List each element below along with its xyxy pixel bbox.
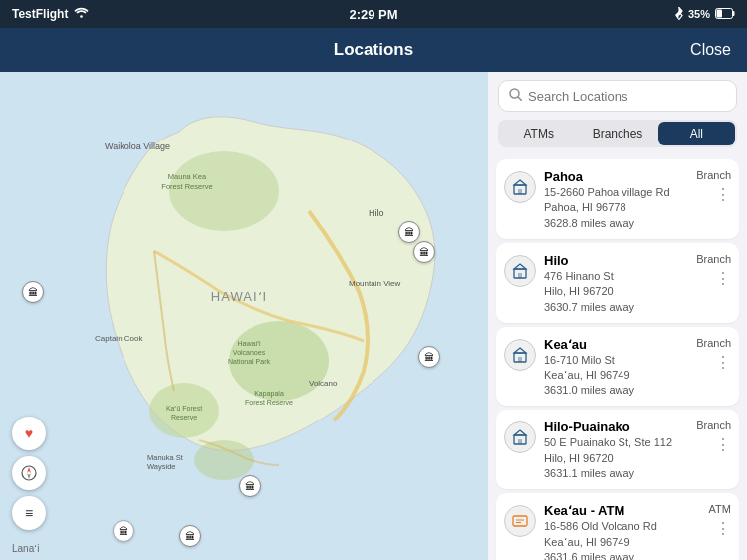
svg-text:Manuka St: Manuka St [147,453,184,462]
location-name-1: Pahoa [544,169,688,184]
search-input[interactable] [528,89,726,104]
location-info-5: Keaʻau - ATM 16-586 Old Volcano RdKeaʻau… [544,503,701,560]
location-name-4: Hilo-Puainako [544,420,688,434]
battery-percent: 35% [688,8,710,20]
search-icon [509,88,522,104]
svg-text:Forest Reserve: Forest Reserve [245,399,293,406]
location-info-4: Hilo-Puainako 50 E Puainako St, Ste 112H… [544,420,688,479]
location-address-3: 16-710 Milo StKeaʻau, HI 96749 [544,353,688,384]
status-bar: TestFlight 2:29 PM 35% [0,0,747,28]
map-pin-2[interactable]: 🏛 [413,241,435,263]
location-address-4: 50 E Puainako St, Ste 112Hilo, HI 96720 [544,435,688,466]
location-icon-1 [504,171,536,203]
main-content: Waikoloa Village Mauna Kea Forest Reserv… [0,72,747,560]
location-distance-4: 3631.1 miles away [544,467,688,479]
svg-text:HAWAIʻI: HAWAIʻI [211,289,267,304]
map-pin-1[interactable]: 🏛 [398,221,420,243]
location-distance-1: 3628.8 miles away [544,217,688,229]
location-more-5[interactable]: ⋮ [715,521,731,537]
battery-icon [715,8,735,21]
svg-rect-35 [518,273,522,278]
compass-button[interactable] [12,456,46,490]
location-list[interactable]: Pahoa 15-2660 Pahoa village RdPahoa, HI … [488,155,747,560]
nav-bar: Locations Close [0,28,747,72]
location-info-2: Hilo 476 Hinano StHilo, HI 96720 3630.7 … [544,253,688,313]
map-pin-manuka[interactable]: 🏛 [113,520,134,542]
location-card-2[interactable]: Hilo 476 Hinano StHilo, HI 96720 3630.7 … [496,243,739,323]
svg-text:Kapapala: Kapapala [254,390,284,398]
location-distance-3: 3631.0 miles away [544,384,688,396]
svg-point-5 [169,151,279,231]
location-icon-5 [504,505,536,537]
svg-marker-37 [514,348,526,353]
heart-button[interactable]: ♥ [12,417,46,450]
svg-marker-34 [514,264,526,269]
location-info-1: Pahoa 15-2660 Pahoa village RdPahoa, HI … [544,169,688,229]
svg-text:Hilo: Hilo [369,208,384,218]
lanai-label: Lanaʻi [12,543,39,554]
location-info-3: Keaʻau 16-710 Milo StKeaʻau, HI 96749 36… [544,337,688,397]
svg-text:Mountain View: Mountain View [349,279,401,288]
search-bar[interactable] [498,80,737,112]
map-controls: ♥ ≡ [12,417,46,530]
location-address-1: 15-2660 Pahoa village RdPahoa, HI 96778 [544,185,688,216]
svg-point-8 [194,440,254,480]
svg-text:Mauna Kea: Mauna Kea [168,172,207,181]
location-name-5: Keaʻau - ATM [544,503,701,518]
svg-marker-27 [27,473,31,479]
location-more-1[interactable]: ⋮ [715,187,731,203]
svg-marker-40 [514,430,526,435]
location-more-3[interactable]: ⋮ [715,355,731,371]
segment-atm[interactable]: ATMs [500,122,577,145]
location-right-4: Branch ⋮ [696,420,731,453]
svg-marker-26 [27,467,31,473]
right-panel: ATMs Branches All Pahoa 15-2660 Pahoa vi… [488,72,747,560]
list-button[interactable]: ≡ [12,496,46,530]
location-card-1[interactable]: Pahoa 15-2660 Pahoa village RdPahoa, HI … [496,159,739,239]
location-right-1: Branch ⋮ [696,169,731,203]
segment-all[interactable]: All [658,122,735,145]
map-pin-6[interactable]: 🏛 [179,525,201,547]
svg-line-29 [518,97,522,101]
location-icon-2 [504,255,536,287]
location-card-5[interactable]: Keaʻau - ATM 16-586 Old Volcano RdKeaʻau… [496,493,739,560]
close-button[interactable]: Close [690,41,731,59]
bluetooth-icon [674,7,683,22]
location-name-2: Hilo [544,253,688,268]
map-section[interactable]: Waikoloa Village Mauna Kea Forest Reserv… [0,72,488,560]
location-right-5: ATM ⋮ [709,503,731,537]
location-distance-2: 3630.7 miles away [544,301,688,313]
svg-text:Forest Reserve: Forest Reserve [161,182,212,191]
location-more-4[interactable]: ⋮ [715,437,731,453]
svg-point-0 [81,15,84,18]
status-time: 2:29 PM [349,7,397,22]
svg-rect-42 [513,516,527,526]
svg-marker-31 [514,180,526,185]
location-card-3[interactable]: Keaʻau 16-710 Milo StKeaʻau, HI 96749 36… [496,327,739,407]
status-left: TestFlight [12,7,89,21]
nav-title: Locations [334,40,413,60]
location-address-5: 16-586 Old Volcano RdKeaʻau, HI 96749 [544,519,701,550]
location-more-2[interactable]: ⋮ [715,271,731,287]
map-pin-5[interactable]: 🏛 [239,475,261,497]
location-right-2: Branch ⋮ [696,253,731,287]
status-right: 35% [674,7,735,22]
map-pin-3[interactable]: 🏛 [22,281,44,303]
location-type-2: Branch [696,253,731,265]
svg-text:Kaʻū Forest: Kaʻū Forest [166,405,202,412]
svg-rect-41 [518,439,522,444]
svg-text:Captain Cook: Captain Cook [95,334,143,343]
location-icon-4 [504,421,536,453]
svg-text:Hawaiʻi: Hawaiʻi [237,340,260,347]
segment-control: ATMs Branches All [498,120,737,147]
location-type-5: ATM [709,503,731,515]
location-type-3: Branch [696,337,731,349]
location-card-4[interactable]: Hilo-Puainako 50 E Puainako St, Ste 112H… [496,410,739,489]
location-type-4: Branch [696,420,731,431]
svg-text:Reserve: Reserve [171,414,197,420]
map-pin-4[interactable]: 🏛 [418,346,440,368]
location-address-2: 476 Hinano StHilo, HI 96720 [544,269,688,300]
svg-rect-38 [518,357,522,362]
app-name: TestFlight [12,7,68,21]
segment-branches[interactable]: Branches [579,122,655,145]
